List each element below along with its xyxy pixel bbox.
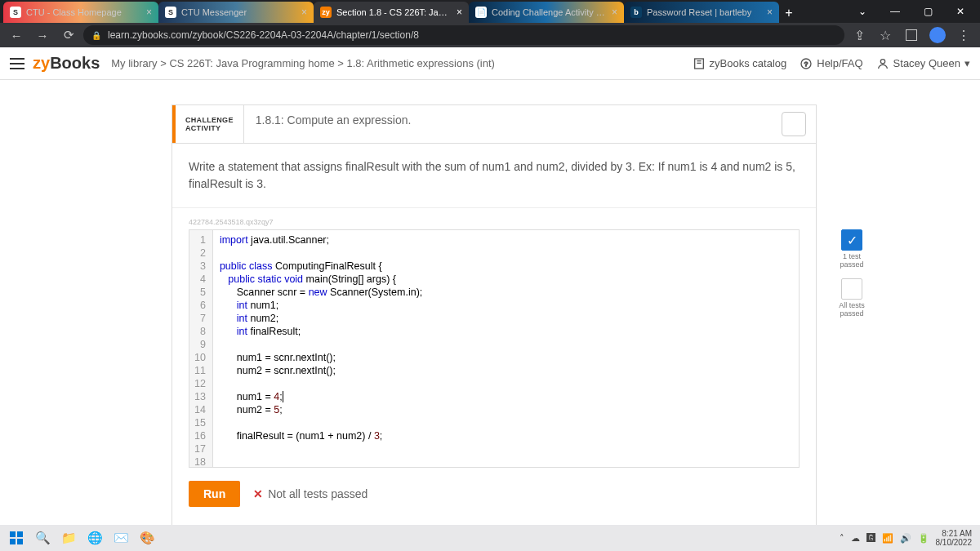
test-badges: ✓ 1 testpassed All testspassed — [827, 229, 876, 327]
clock[interactable]: 8:21 AM8/10/2022 — [936, 529, 973, 547]
start-button[interactable] — [3, 525, 29, 551]
code-editor[interactable]: 123456789101112131415161718 import java.… — [189, 229, 800, 468]
reload-button[interactable]: ⟳ — [57, 24, 80, 47]
tab-ctu-homepage[interactable]: SCTU - Class Homepage× — [3, 2, 158, 23]
chevron-up-icon[interactable]: ˄ — [840, 533, 844, 544]
chrome-icon[interactable]: 🌐 — [82, 525, 108, 551]
close-icon[interactable]: × — [612, 7, 617, 18]
user-icon — [876, 57, 889, 70]
help-link[interactable]: ?Help/FAQ — [800, 57, 862, 70]
favicon-icon: b — [630, 7, 642, 18]
svg-rect-8 — [10, 539, 16, 544]
svg-rect-6 — [10, 531, 16, 537]
browser-tab-strip: SCTU - Class Homepage× SCTU Messenger× z… — [0, 0, 980, 23]
svg-rect-7 — [17, 531, 23, 537]
favicon-icon: 📄 — [475, 7, 487, 18]
run-button[interactable]: Run — [189, 481, 240, 507]
system-tray[interactable]: ˄ ☁ 🅶 📶 🔊 🔋 8:21 AM8/10/2022 — [840, 529, 978, 547]
code-body[interactable]: import java.util.Scanner; public class C… — [213, 230, 799, 467]
run-status: ✕Not all tests passed — [253, 487, 368, 500]
cloud-icon[interactable]: ☁ — [851, 533, 860, 544]
instructions: Write a statement that assigns finalResu… — [172, 144, 816, 208]
back-button[interactable]: ← — [5, 24, 28, 47]
new-tab-button[interactable]: + — [779, 3, 799, 23]
help-icon: ? — [800, 57, 813, 70]
content-area[interactable]: CHALLENGEACTIVITY 1.8.1: Compute an expr… — [0, 80, 980, 525]
tab-zybooks[interactable]: zySection 1.8 - CS 226T: Java Progr× — [314, 2, 469, 23]
test1-badge: ✓ — [841, 229, 862, 251]
favicon-icon: S — [10, 7, 21, 18]
catalog-link[interactable]: zyBooks catalog — [693, 57, 787, 70]
reading-list-icon[interactable] — [906, 29, 917, 41]
content-id: 422784.2543518.qx3zqy7 — [172, 208, 816, 229]
close-icon[interactable]: × — [457, 7, 462, 18]
hamburger-icon[interactable] — [10, 58, 24, 69]
share-icon[interactable]: ⇪ — [848, 24, 871, 47]
svg-point-5 — [880, 59, 884, 63]
challenge-tag: CHALLENGEACTIVITY — [176, 105, 244, 143]
close-icon[interactable]: × — [146, 7, 152, 18]
tab-coding-challenge[interactable]: 📄Coding Challenge Activity Note× — [469, 2, 624, 23]
favicon-icon: S — [165, 7, 176, 18]
breadcrumb[interactable]: My library > CS 226T: Java Programming h… — [111, 57, 495, 69]
bookmark-icon[interactable]: ☆ — [874, 24, 897, 47]
volume-icon[interactable]: 🔊 — [900, 533, 911, 544]
lock-icon: 🔒 — [91, 31, 101, 40]
svg-text:?: ? — [804, 60, 808, 67]
book-icon — [693, 57, 706, 70]
language-icon[interactable]: 🅶 — [866, 533, 875, 543]
url-input[interactable]: 🔒learn.zybooks.com/zybook/CS226-2204A-03… — [83, 25, 844, 45]
tab-ctu-messenger[interactable]: SCTU Messenger× — [158, 2, 314, 23]
svg-rect-9 — [17, 539, 23, 544]
line-gutter: 123456789101112131415161718 — [189, 230, 213, 467]
forward-button[interactable]: → — [31, 24, 54, 47]
tab-bartleby[interactable]: bPassword Reset | bartleby× — [624, 2, 779, 23]
test2-badge — [841, 278, 862, 300]
app-icon[interactable]: 🎨 — [134, 525, 160, 551]
mail-icon[interactable]: ✉️ — [108, 525, 134, 551]
user-menu[interactable]: Stacey Queen ▾ — [876, 57, 970, 70]
maximize-button[interactable]: ▢ — [911, 0, 944, 23]
address-bar: ← → ⟳ 🔒learn.zybooks.com/zybook/CS226-22… — [0, 23, 980, 47]
search-icon[interactable]: 🔍 — [29, 525, 56, 551]
progress-box[interactable] — [782, 112, 806, 136]
zybooks-logo[interactable]: zyBooks — [33, 54, 100, 73]
tab-dropdown-icon[interactable]: ⌄ — [846, 0, 879, 23]
favicon-icon: zy — [320, 7, 332, 18]
windows-taskbar: 🔍 📁 🌐 ✉️ 🎨 ˄ ☁ 🅶 📶 🔊 🔋 8:21 AM8/10/2022 — [0, 525, 980, 551]
close-window-button[interactable]: ✕ — [944, 0, 977, 23]
explorer-icon[interactable]: 📁 — [56, 525, 82, 551]
minimize-button[interactable]: ― — [879, 0, 911, 23]
wifi-icon[interactable]: 📶 — [882, 533, 893, 544]
challenge-title: 1.8.1: Compute an expression. — [244, 105, 772, 143]
menu-icon[interactable]: ⋮ — [952, 24, 975, 47]
close-icon[interactable]: × — [767, 7, 773, 18]
challenge-card: CHALLENGEACTIVITY 1.8.1: Compute an expr… — [172, 104, 817, 525]
zybooks-header: zyBooks My library > CS 226T: Java Progr… — [0, 47, 980, 80]
close-icon[interactable]: × — [301, 7, 307, 18]
battery-icon[interactable]: 🔋 — [918, 533, 929, 544]
profile-avatar[interactable] — [926, 24, 949, 47]
